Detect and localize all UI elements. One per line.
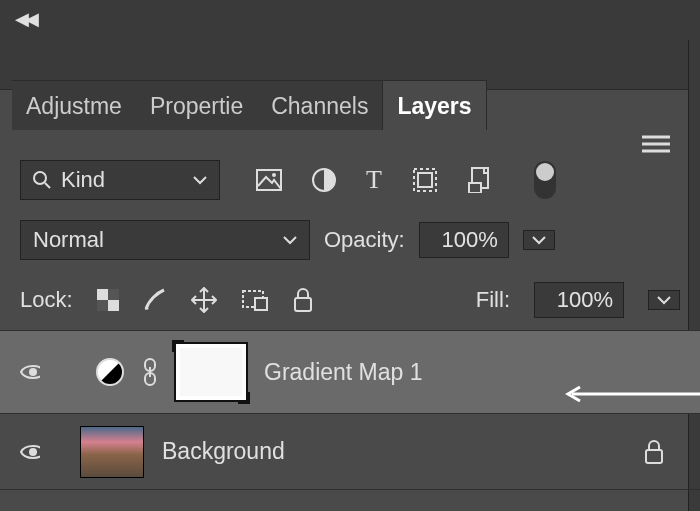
background-lock-icon[interactable] [644, 440, 664, 464]
shape-filter-icon[interactable] [412, 167, 438, 193]
blend-mode-label: Normal [33, 227, 104, 253]
fill-label: Fill: [476, 287, 510, 313]
svg-point-3 [34, 172, 46, 184]
lock-transparency-icon[interactable] [97, 289, 119, 311]
svg-rect-19 [255, 298, 267, 310]
tab-label: Layers [397, 93, 471, 119]
tab-properties[interactable]: Propertie [136, 80, 257, 130]
search-icon [33, 171, 51, 189]
layer-thumbnail[interactable] [80, 426, 144, 478]
panel-top-strip: ◀◀ [0, 0, 700, 40]
lock-icons [97, 287, 313, 313]
lock-label: Lock: [20, 287, 73, 313]
visibility-icon[interactable] [20, 363, 40, 381]
svg-rect-15 [97, 300, 108, 311]
adjustment-filter-icon[interactable] [312, 168, 336, 192]
tab-adjustments[interactable]: Adjustme [12, 80, 136, 130]
lock-row: Lock: Fill: 100% [0, 270, 700, 330]
svg-point-6 [272, 173, 276, 177]
adjustment-layer-icon [96, 358, 124, 386]
fill-field[interactable]: 100% [534, 282, 624, 318]
tab-label: Adjustme [26, 93, 122, 119]
tab-layers[interactable]: Layers [382, 80, 486, 130]
tab-channels[interactable]: Channels [257, 80, 382, 130]
lock-artboard-icon[interactable] [241, 288, 269, 312]
svg-rect-13 [108, 300, 119, 311]
layers-panel: ◀◀ Adjustme Propertie Channels Layers Ki… [0, 0, 700, 511]
link-icon[interactable] [142, 358, 158, 386]
filter-toggle[interactable] [534, 161, 556, 199]
opacity-label: Opacity: [324, 227, 405, 253]
filter-type-label: Kind [61, 167, 105, 193]
svg-point-25 [29, 448, 37, 456]
svg-rect-12 [97, 289, 108, 300]
blend-mode-dropdown[interactable]: Normal [20, 220, 310, 260]
layer-name[interactable]: Gradient Map 1 [264, 359, 423, 386]
svg-line-4 [45, 183, 50, 188]
svg-rect-20 [295, 298, 311, 311]
collapse-panel-icon[interactable]: ◀◀ [15, 8, 35, 30]
svg-rect-26 [646, 450, 662, 463]
filter-type-dropdown[interactable]: Kind [20, 160, 220, 200]
lock-pixels-icon[interactable] [143, 288, 167, 312]
layer-name[interactable]: Background [162, 438, 285, 465]
opacity-value: 100% [441, 227, 497, 252]
svg-point-21 [29, 368, 37, 376]
tab-label: Channels [271, 93, 368, 119]
chevron-down-icon [193, 175, 207, 185]
annotation-arrow [560, 384, 700, 404]
smartobject-filter-icon[interactable] [468, 167, 492, 193]
type-filter-icon[interactable]: T [366, 165, 382, 195]
pixel-filter-icon[interactable] [256, 169, 282, 191]
svg-rect-11 [469, 183, 481, 193]
svg-rect-9 [418, 173, 432, 187]
tab-bar: Adjustme Propertie Channels Layers [0, 80, 700, 130]
opacity-field[interactable]: 100% [419, 222, 509, 258]
panel-menu-icon[interactable] [642, 134, 670, 154]
filter-icons: T [256, 161, 556, 199]
chevron-down-icon [283, 235, 297, 245]
lock-position-icon[interactable] [191, 287, 217, 313]
fill-value: 100% [557, 287, 613, 312]
tab-label: Propertie [150, 93, 243, 119]
opacity-dropdown-button[interactable] [523, 230, 555, 250]
layer-mask-thumbnail[interactable] [176, 344, 246, 400]
svg-rect-14 [108, 289, 119, 300]
fill-dropdown-button[interactable] [648, 290, 680, 310]
lock-all-icon[interactable] [293, 288, 313, 312]
blend-row: Normal Opacity: 100% [0, 210, 700, 270]
visibility-icon[interactable] [20, 443, 40, 461]
layer-filter-row: Kind T [0, 150, 700, 210]
layer-row-background[interactable]: Background [0, 414, 700, 490]
